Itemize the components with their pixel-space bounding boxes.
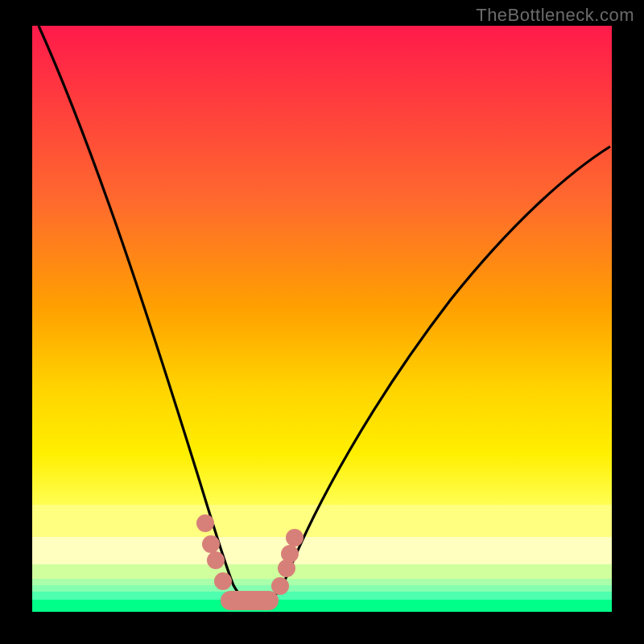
curve-marker [214, 572, 232, 590]
curve-marker [202, 535, 220, 553]
curve-marker [281, 545, 299, 563]
plot-area [32, 26, 612, 612]
curve-marker [207, 551, 225, 569]
curve-marker [196, 514, 214, 532]
curve-marker [221, 591, 279, 610]
chart-frame: TheBottleneck.com [0, 0, 644, 644]
curve-marker [286, 529, 303, 547]
curve-marker [271, 577, 289, 595]
bottleneck-curve [32, 26, 612, 612]
watermark-text: TheBottleneck.com [476, 5, 634, 26]
curve-path [39, 26, 610, 604]
